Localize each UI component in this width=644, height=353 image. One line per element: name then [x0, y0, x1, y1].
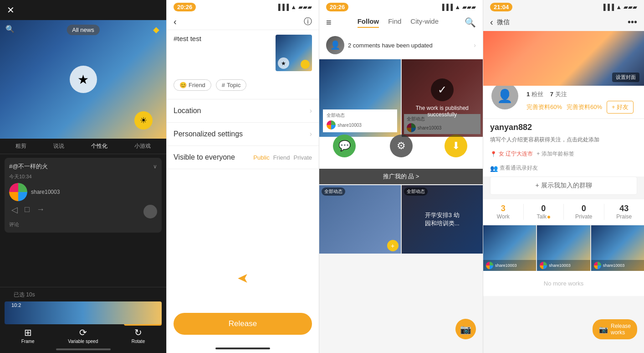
location-setting-item[interactable]: Location › — [167, 99, 319, 123]
visibility-private[interactable]: Private — [294, 154, 312, 161]
news-text: 开学安排3 幼园和培训类... — [421, 208, 463, 231]
stat-work[interactable]: 3 Work — [483, 204, 524, 220]
colorful-circle-avatar — [9, 183, 27, 201]
small-action1[interactable]: ◁ — [11, 205, 18, 218]
work-username-1: share10003 — [495, 263, 517, 268]
tab-find[interactable]: Find — [388, 17, 401, 28]
visibility-friend[interactable]: Friend — [273, 154, 290, 161]
camera-float-button[interactable]: 📷 — [455, 319, 476, 339]
back-arrow-button[interactable]: ‹ — [174, 16, 177, 27]
add-tag-button[interactable]: + 添加年龄标签 — [537, 150, 574, 158]
following-count: 7 — [550, 91, 553, 98]
stat-talk[interactable]: 0 Talk — [524, 204, 564, 220]
add-group-button[interactable]: + 展示我加入的群聊 — [490, 176, 637, 195]
work-item-3[interactable]: share10003 — [591, 225, 644, 271]
work-item-1[interactable]: share10003 — [483, 225, 536, 271]
work-item-2[interactable]: share10003 — [537, 225, 590, 271]
small-action2[interactable]: □ — [25, 205, 30, 218]
tab-citywide[interactable]: City-wide — [410, 17, 439, 28]
tab-mini-game[interactable]: 小游戏 — [134, 142, 151, 150]
star-icon: ★ — [70, 66, 97, 93]
contact-row[interactable]: 👥 查看通讯录好友 — [483, 162, 644, 176]
hamburger-icon[interactable]: ≡ — [326, 17, 332, 28]
success-text: The work is published successfully — [402, 105, 483, 118]
chevron-down-icon[interactable]: ∨ — [153, 163, 157, 170]
variable-speed-label: Variable speed — [68, 339, 98, 344]
frame-label: Frame — [21, 339, 35, 344]
tab-follow[interactable]: Follow — [358, 17, 379, 28]
info-icon[interactable]: ⓘ — [304, 16, 312, 27]
settings-button[interactable]: ⚙ — [390, 135, 413, 157]
tab-talk[interactable]: 说说 — [53, 142, 64, 150]
home-indicator — [215, 348, 270, 349]
phone1-content: 🔍 All news ◆ ★ ☀ 粗剪 说说 个性化 小游戏 #@不一样的火 ∨… — [0, 20, 166, 285]
tool-frame[interactable]: ⊞ Frame — [21, 327, 35, 344]
promote-banner[interactable]: 推广我的 品 > — [319, 169, 483, 184]
success-overlay: ✓ The work is published successfully — [402, 59, 483, 137]
personalized-settings-item[interactable]: Personalized settings › — [167, 123, 319, 146]
download-button[interactable]: ⬇ — [445, 135, 467, 157]
arrow-down-indicator: ➤ — [237, 271, 249, 287]
set-cover-button[interactable]: 设置封面 — [612, 73, 639, 82]
grid-overlay-left: 全部动态 share10003 — [319, 59, 401, 137]
friend-icon: 😊 — [179, 82, 187, 88]
post-text-area: #test test — [174, 35, 271, 71]
visibility-setting-item[interactable]: Visible to everyone Public Friend Privat… — [167, 146, 319, 169]
add-yellow-button[interactable]: + — [387, 240, 399, 251]
stat-praise[interactable]: 43 Praise — [604, 204, 644, 220]
small-icon-row: ◁ □ → — [9, 205, 157, 218]
wifi-icon3: ▲ — [455, 4, 460, 10]
visibility-public[interactable]: Public — [253, 154, 269, 161]
tab-rough-cut[interactable]: 粗剪 — [15, 142, 26, 150]
work-count: 3 — [483, 204, 523, 213]
post-card: #@不一样的火 ∨ 今天10:34 share10003 ◁ □ → 评论 — [5, 158, 162, 233]
phone3-status-bar: 20:26 ▐▐▐ ▲ ▰▰▰ — [319, 0, 483, 13]
work-avatar-1 — [486, 262, 493, 269]
friend-tag-button[interactable]: 😊 Friend — [174, 79, 211, 91]
settings-list: Location › Personalized settings › Visib… — [167, 99, 319, 169]
back-arrow4-button[interactable]: ‹ — [490, 17, 493, 27]
tool-rotate[interactable]: ↻ Rotate — [132, 327, 145, 344]
release-button[interactable]: Release — [174, 313, 312, 335]
more-button[interactable]: ••• — [628, 17, 637, 27]
work-overlay-1: share10003 — [483, 260, 536, 271]
timeline-marker: 10:2 — [11, 302, 21, 308]
complete-profile-link[interactable]: 完善资料60% — [526, 103, 562, 111]
comments-banner[interactable]: 👤 2 comments have been updated › — [319, 31, 483, 59]
release-works-button[interactable]: 📷 Releaseworks — [593, 319, 637, 339]
selected-info: 已选 10s — [7, 289, 42, 301]
wechat-button[interactable]: 💬 — [333, 135, 356, 157]
stat-private[interactable]: 0 Private — [564, 204, 604, 220]
username-left: share10003 — [337, 123, 362, 128]
small-action3[interactable]: → — [36, 205, 45, 218]
add-friend-button[interactable]: + 好友 — [607, 101, 634, 114]
praise-label: Praise — [604, 213, 644, 220]
battery-icon: ▰▰▰ — [298, 4, 312, 10]
phone1-header: ✕ — [0, 0, 166, 20]
success-check-icon: ✓ — [431, 78, 454, 101]
thumbnail-sun — [301, 60, 310, 69]
post-hashtag[interactable]: #test test — [174, 35, 271, 42]
post-title: #@不一样的火 — [9, 162, 48, 171]
avatar-image4: 👤 — [491, 83, 518, 109]
search-icon3[interactable]: 🔍 — [465, 17, 476, 28]
works-grid: share10003 share10003 share10003 — [483, 225, 644, 271]
followers-row: 1 粉丝 7 关注 — [526, 90, 637, 99]
talk-dot — [547, 216, 550, 218]
no-more-works: No more works — [483, 271, 644, 296]
location-text: 女 辽宁大连市 — [499, 150, 533, 158]
close-button[interactable]: ✕ — [7, 5, 15, 16]
home-indicator — [56, 348, 111, 350]
feed-grid-top: 全部动态 share10003 ✓ The work is published … — [319, 59, 483, 137]
thumbnail-star: ★ — [278, 57, 289, 69]
grid2-right: 开学安排3 幼园和培训类... 全部动态 — [402, 185, 483, 254]
location-icon: 📍 — [490, 151, 497, 157]
release-works-label: Releaseworks — [611, 323, 631, 336]
battery-icon4: ▰▰▰ — [624, 4, 637, 10]
topic-tag-button[interactable]: # Topic — [216, 79, 247, 91]
phone3-feed: 20:26 ▐▐▐ ▲ ▰▰▰ ≡ Follow Find City-wide … — [319, 0, 483, 353]
tab-personalize[interactable]: 个性化 — [91, 142, 107, 150]
tool-variable-speed[interactable]: ⟳ Variable speed — [68, 327, 98, 344]
bottom-bar: 已选 10s Next step 10:2 ⊞ Frame ⟳ Variable… — [0, 287, 166, 353]
search-icon[interactable]: 🔍 — [5, 25, 15, 33]
